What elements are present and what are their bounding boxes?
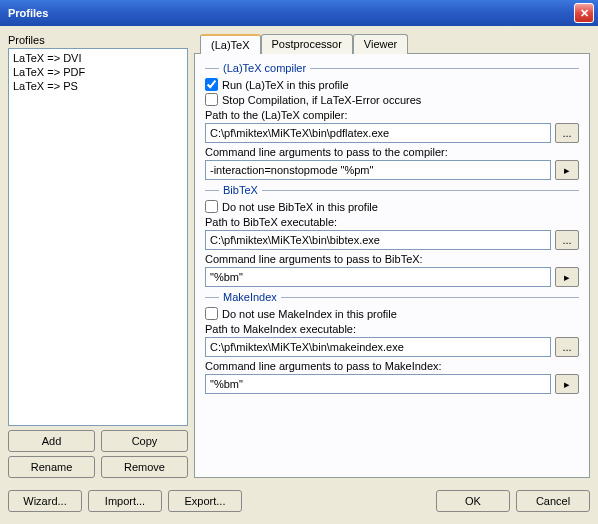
add-button[interactable]: Add — [8, 430, 95, 452]
bibtex-args-label: Command line arguments to pass to BibTeX… — [205, 253, 579, 265]
titlebar: Profiles ✕ — [0, 0, 598, 26]
import-button[interactable]: Import... — [88, 490, 162, 512]
latex-path-input[interactable] — [205, 123, 551, 143]
profiles-label: Profiles — [8, 34, 188, 46]
window-title: Profiles — [4, 7, 574, 19]
dont-use-makeindex-checkbox[interactable]: Do not use MakeIndex in this profile — [205, 307, 579, 320]
group-heading-latex: (La)TeX compiler — [223, 62, 306, 74]
close-icon[interactable]: ✕ — [574, 3, 594, 23]
tab-viewer[interactable]: Viewer — [353, 34, 408, 54]
bibtex-args-input[interactable] — [205, 267, 551, 287]
makeindex-path-input[interactable] — [205, 337, 551, 357]
cancel-button[interactable]: Cancel — [516, 490, 590, 512]
stop-compilation-checkbox[interactable]: Stop Compilation, if LaTeX-Error occures — [205, 93, 579, 106]
makeindex-args-label: Command line arguments to pass to MakeIn… — [205, 360, 579, 372]
latex-args-label: Command line arguments to pass to the co… — [205, 146, 579, 158]
tab-postprocessor[interactable]: Postprocessor — [261, 34, 353, 54]
latex-path-label: Path to the (La)TeX compiler: — [205, 109, 579, 121]
bibtex-path-input[interactable] — [205, 230, 551, 250]
ok-button[interactable]: OK — [436, 490, 510, 512]
browse-button[interactable]: ... — [555, 123, 579, 143]
copy-button[interactable]: Copy — [101, 430, 188, 452]
bibtex-path-label: Path to BibTeX executable: — [205, 216, 579, 228]
args-menu-button[interactable]: ▸ — [555, 160, 579, 180]
dont-use-bibtex-checkbox[interactable]: Do not use BibTeX in this profile — [205, 200, 579, 213]
group-heading-makeindex: MakeIndex — [223, 291, 277, 303]
rename-button[interactable]: Rename — [8, 456, 95, 478]
profiles-listbox[interactable]: LaTeX => DVI LaTeX => PDF LaTeX => PS — [8, 48, 188, 426]
list-item[interactable]: LaTeX => DVI — [13, 51, 183, 65]
remove-button[interactable]: Remove — [101, 456, 188, 478]
export-button[interactable]: Export... — [168, 490, 242, 512]
tab-panel: (La)TeX compiler Run (La)TeX in this pro… — [194, 53, 590, 478]
browse-button[interactable]: ... — [555, 337, 579, 357]
args-menu-button[interactable]: ▸ — [555, 374, 579, 394]
browse-button[interactable]: ... — [555, 230, 579, 250]
run-latex-checkbox[interactable]: Run (La)TeX in this profile — [205, 78, 579, 91]
args-menu-button[interactable]: ▸ — [555, 267, 579, 287]
makeindex-path-label: Path to MakeIndex executable: — [205, 323, 579, 335]
wizard-button[interactable]: Wizard... — [8, 490, 82, 512]
list-item[interactable]: LaTeX => PS — [13, 79, 183, 93]
latex-args-input[interactable] — [205, 160, 551, 180]
tab-latex[interactable]: (La)TeX — [200, 34, 261, 54]
list-item[interactable]: LaTeX => PDF — [13, 65, 183, 79]
group-heading-bibtex: BibTeX — [223, 184, 258, 196]
tabs: (La)TeX Postprocessor Viewer — [200, 34, 590, 54]
makeindex-args-input[interactable] — [205, 374, 551, 394]
